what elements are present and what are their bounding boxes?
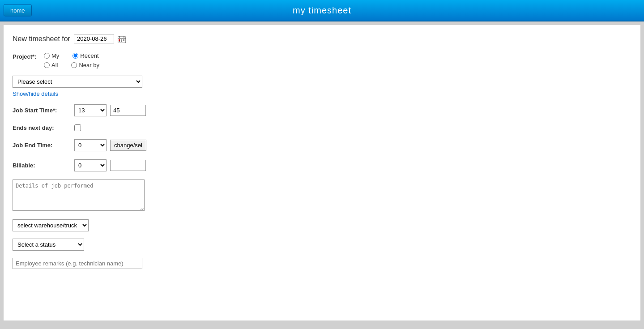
radio-all[interactable]: All (44, 62, 58, 68)
new-timesheet-label: New timesheet for (13, 35, 70, 43)
status-dropdown[interactable]: Select a status (13, 239, 84, 251)
job-end-time-row: Job End Time: 01234567891011121314151617… (13, 139, 631, 151)
radio-row-2: All Near by (44, 62, 99, 68)
project-radio-group: My Recent All Near by (44, 52, 99, 68)
project-label: Project*: (13, 52, 44, 60)
employee-remarks-row (13, 258, 631, 269)
employee-remarks-input[interactable] (13, 258, 142, 269)
radio-my-input[interactable] (44, 53, 50, 59)
job-details-section (13, 179, 631, 212)
warehouse-dropdown[interactable]: select warehouse/truck (13, 219, 89, 231)
svg-rect-4 (119, 39, 120, 41)
status-row: Select a status (13, 239, 631, 256)
change-sel-button[interactable]: change/sel (110, 140, 146, 151)
radio-all-label: All (51, 62, 58, 68)
project-section: Project*: My Recent All Nea (13, 52, 631, 68)
home-button[interactable]: home (4, 4, 32, 17)
radio-row-1: My Recent (44, 52, 99, 59)
warehouse-row: select warehouse/truck (13, 219, 631, 237)
radio-nearby-label: Near by (79, 62, 99, 68)
radio-my-label: My (51, 52, 59, 59)
job-details-textarea[interactable] (13, 179, 145, 211)
job-start-time-row: Job Start Time*: 01234567891011121314151… (13, 104, 631, 116)
billable-label: Billable: (13, 162, 71, 169)
radio-nearby[interactable]: Near by (71, 62, 99, 68)
calendar-icon[interactable] (118, 36, 126, 43)
date-input[interactable] (74, 34, 114, 43)
radio-my[interactable]: My (44, 52, 59, 59)
job-end-hour-select[interactable]: 01234567891011121314151617181920212223 (74, 139, 107, 151)
job-start-hour-select[interactable]: 01234567891011121314151617181920212223 (74, 104, 107, 116)
radio-recent-input[interactable] (73, 53, 78, 59)
svg-rect-7 (119, 41, 120, 42)
svg-rect-5 (121, 39, 122, 41)
ends-next-day-label: Ends next day: (13, 124, 71, 131)
page-title-row: New timesheet for (13, 34, 631, 43)
radio-recent-label: Recent (80, 52, 98, 59)
main-content: New timesheet for Project*: My (4, 25, 640, 320)
job-end-time-label: Job End Time: (13, 142, 71, 149)
svg-rect-6 (123, 39, 124, 41)
radio-nearby-input[interactable] (71, 62, 77, 68)
radio-recent[interactable]: Recent (73, 52, 98, 59)
project-dropdown[interactable]: Please select (13, 76, 142, 88)
job-start-time-label: Job Start Time*: (13, 107, 71, 114)
svg-rect-8 (121, 41, 122, 42)
app-title: my timesheet (293, 5, 351, 16)
app-header: home my timesheet (0, 0, 644, 21)
job-start-minute-input[interactable] (110, 105, 146, 116)
billable-amount-input[interactable] (110, 160, 146, 171)
radio-all-input[interactable] (44, 62, 50, 68)
show-hide-details-link[interactable]: Show/hide details (13, 90, 631, 97)
billable-row: Billable: 012345678 (13, 159, 631, 171)
ends-next-day-row: Ends next day: (13, 124, 631, 131)
billable-select[interactable]: 012345678 (74, 159, 107, 171)
ends-next-day-checkbox[interactable] (74, 124, 81, 131)
